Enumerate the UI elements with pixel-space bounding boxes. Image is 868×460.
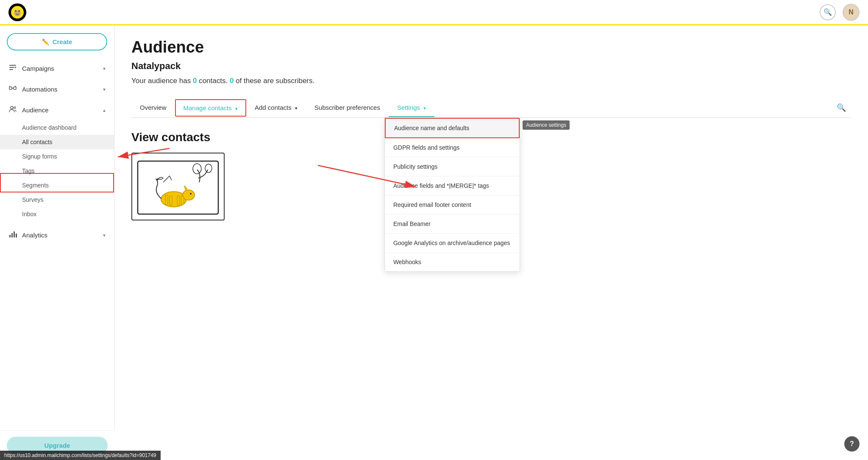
main-content: Audience Natalypack Your audience has 0 … <box>114 25 868 460</box>
audience-name: Natalypack <box>131 61 851 72</box>
svg-point-4 <box>15 10 17 11</box>
contacts-count: 0 <box>193 77 197 85</box>
svg-marker-7 <box>15 67 17 68</box>
svg-rect-8 <box>9 87 12 89</box>
top-bar: 🔍 N <box>0 0 868 25</box>
publicity-label: Publicity settings <box>393 163 437 170</box>
automations-chevron: ▾ <box>103 86 106 92</box>
required-email-label: Required email footer content <box>393 201 471 208</box>
audience-settings-tooltip: Audience settings <box>523 120 570 130</box>
subscribers-count: 0 <box>230 77 234 85</box>
svg-point-13 <box>11 106 13 109</box>
automations-icon <box>8 84 17 95</box>
tab-overview-label: Overview <box>140 104 167 111</box>
mailchimp-logo[interactable] <box>8 3 26 21</box>
manage-contacts-chevron: ▾ <box>235 106 238 111</box>
svg-rect-23 <box>177 196 180 205</box>
sidebar-item-signup-forms[interactable]: Signup forms <box>0 149 114 164</box>
create-label: Create <box>53 38 72 45</box>
analytics-icon <box>8 230 17 240</box>
tab-manage-contacts[interactable]: Manage contacts ▾ <box>175 99 246 117</box>
tab-settings[interactable]: Settings ▾ <box>389 99 434 117</box>
dropdown-item-audience-fields[interactable]: Audience fields and *|MERGE|* tags <box>385 176 520 195</box>
svg-rect-21 <box>165 195 168 204</box>
analytics-label: Analytics <box>22 231 98 239</box>
audience-chevron: ▴ <box>103 107 106 113</box>
status-bar: https://us10.admin.mailchimp.com/lists/s… <box>0 451 161 460</box>
svg-rect-22 <box>170 196 172 205</box>
campaigns-chevron: ▾ <box>103 66 106 72</box>
svg-point-25 <box>183 190 195 200</box>
tab-subscriber-prefs-label: Subscriber preferences <box>314 104 380 111</box>
analytics-chevron: ▾ <box>103 232 106 238</box>
tab-bar: Overview Manage contacts ▾ Add contacts … <box>131 98 851 118</box>
dropdown-item-google-analytics[interactable]: Google Analytics on archive/audience pag… <box>385 234 520 253</box>
search-button[interactable]: 🔍 <box>820 4 836 20</box>
svg-rect-15 <box>9 235 11 237</box>
settings-tab-wrapper: Settings ▾ Audience name and defaults Au… <box>389 99 434 117</box>
tab-subscriber-preferences[interactable]: Subscriber preferences <box>306 99 389 117</box>
svg-point-5 <box>19 10 20 11</box>
audience-label: Audience <box>22 106 98 114</box>
webhooks-label: Webhooks <box>393 259 421 265</box>
google-analytics-label: Google Analytics on archive/audience pag… <box>393 240 510 246</box>
campaigns-icon <box>8 63 17 74</box>
tab-add-contacts-label: Add contacts <box>255 104 292 111</box>
sidebar-item-audience-dashboard[interactable]: Audience dashboard <box>0 120 114 135</box>
tab-search-button[interactable]: 🔍 <box>832 98 851 117</box>
svg-point-14 <box>14 107 16 109</box>
user-avatar[interactable]: N <box>843 4 860 21</box>
tab-overview[interactable]: Overview <box>131 99 175 117</box>
page-title: Audience <box>131 38 851 56</box>
contacts-desc-before: Your audience has <box>131 77 193 85</box>
sidebar-item-tags[interactable]: Tags <box>0 164 114 178</box>
dropdown-item-webhooks[interactable]: Webhooks <box>385 253 520 271</box>
svg-point-26 <box>190 193 192 195</box>
top-right: 🔍 N <box>820 4 860 21</box>
campaigns-label: Campaigns <box>22 65 98 72</box>
sidebar-item-campaigns[interactable]: Campaigns ▾ <box>0 58 114 79</box>
svg-rect-16 <box>11 233 13 237</box>
dropdown-item-gdpr[interactable]: GDPR fields and settings <box>385 138 520 157</box>
svg-rect-9 <box>14 87 16 89</box>
sidebar-item-all-contacts[interactable]: All contacts <box>0 135 114 149</box>
create-button[interactable]: ✏️ Create <box>7 33 107 50</box>
tab-manage-contacts-label: Manage contacts <box>184 104 232 112</box>
tab-settings-label: Settings <box>397 104 420 111</box>
add-contacts-chevron: ▾ <box>295 106 298 111</box>
sidebar-item-surveys[interactable]: Surveys <box>0 192 114 207</box>
audience-name-defaults-label: Audience name and defaults <box>394 125 469 131</box>
sidebar-item-audience[interactable]: Audience ▴ <box>0 100 114 120</box>
dropdown-item-audience-name[interactable]: Audience name and defaults Audience sett… <box>385 118 520 138</box>
tab-add-contacts[interactable]: Add contacts ▾ <box>246 99 306 117</box>
pencil-icon: ✏️ <box>42 39 49 45</box>
sidebar-item-analytics[interactable]: Analytics ▾ <box>0 225 114 245</box>
sidebar-item-inbox[interactable]: Inbox <box>0 207 114 221</box>
audience-icon <box>8 105 17 115</box>
audience-fields-label: Audience fields and *|MERGE|* tags <box>393 182 489 189</box>
sidebar-item-segments[interactable]: Segments <box>0 178 114 192</box>
dropdown-item-email-beamer[interactable]: Email Beamer <box>385 215 520 234</box>
sidebar-item-reports[interactable]: ... <box>0 245 114 254</box>
contacts-description: Your audience has 0 contacts. 0 of these… <box>131 77 851 85</box>
svg-rect-17 <box>14 231 15 237</box>
svg-rect-18 <box>16 234 17 237</box>
dropdown-item-required-email[interactable]: Required email footer content <box>385 195 520 215</box>
settings-dropdown: Audience name and defaults Audience sett… <box>384 117 520 272</box>
help-button[interactable]: ? <box>844 436 860 452</box>
svg-point-29 <box>157 178 159 180</box>
gdpr-label: GDPR fields and settings <box>393 144 459 151</box>
email-beamer-label: Email Beamer <box>393 220 431 227</box>
contacts-desc-after: of these are subscribers. <box>234 77 314 85</box>
layout: ✏️ Create Campaigns ▾ Automations ▾ Audi… <box>0 25 868 460</box>
settings-chevron: ▾ <box>423 106 426 111</box>
automations-label: Automations <box>22 86 98 93</box>
contacts-desc-mid: contacts. <box>197 77 229 85</box>
sidebar: ✏️ Create Campaigns ▾ Automations ▾ Audi… <box>0 25 114 460</box>
contacts-illustration <box>131 153 225 220</box>
dropdown-item-publicity[interactable]: Publicity settings <box>385 157 520 176</box>
sidebar-item-automations[interactable]: Automations ▾ <box>0 79 114 100</box>
logo-area <box>8 3 26 21</box>
